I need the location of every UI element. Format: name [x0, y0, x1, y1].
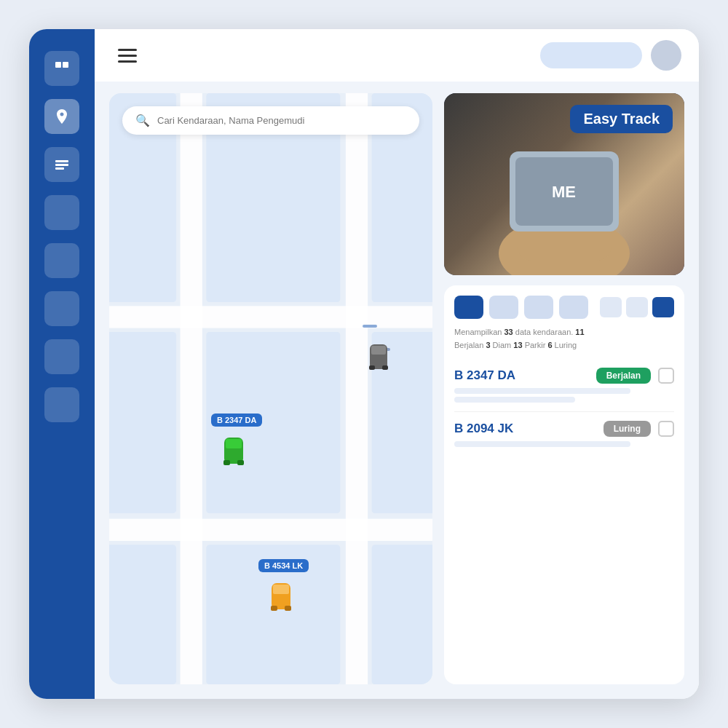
vehicle-orange: [269, 579, 293, 613]
right-panel: ME Easy Track: [444, 93, 684, 684]
topbar-right: [540, 40, 681, 71]
svg-rect-35: [285, 606, 291, 611]
svg-rect-31: [237, 460, 244, 465]
svg-rect-1: [63, 62, 68, 68]
vehicle-detail-bar-1b: [454, 397, 575, 403]
svg-rect-26: [369, 365, 375, 370]
page-btn-prev[interactable]: [600, 297, 622, 317]
sidebar-item-block7[interactable]: [44, 339, 79, 374]
svg-rect-8: [180, 93, 202, 684]
content-area: JK 🔍: [95, 82, 699, 699]
main-content: JK 🔍: [95, 29, 699, 699]
vehicle-label-b2347da: B 2347 DA: [211, 414, 262, 427]
search-input[interactable]: [157, 115, 406, 126]
vehicle-label-b4534lk: B 4534 LK: [258, 559, 309, 572]
svg-rect-34: [271, 606, 277, 611]
sidebar-item-block5[interactable]: [44, 243, 79, 278]
vehicle-item-row-1: B 2347 DA Berjalan: [454, 368, 674, 384]
svg-rect-0: [55, 62, 61, 68]
svg-rect-29: [226, 439, 242, 448]
page-btn-2[interactable]: [652, 297, 674, 317]
filter-tab-2[interactable]: [489, 296, 518, 319]
filter-tab-all[interactable]: [454, 296, 483, 319]
vehicle-checkbox-2[interactable]: [658, 421, 674, 437]
avatar[interactable]: [651, 40, 681, 71]
vehicle-item-row-2: B 2094 JK Luring: [454, 421, 674, 437]
svg-rect-9: [346, 93, 368, 684]
svg-rect-3: [55, 164, 68, 166]
search-icon: 🔍: [135, 114, 150, 127]
page-btn-1[interactable]: [626, 297, 648, 317]
vehicle-detail-bar-2: [454, 441, 630, 447]
filter-tab-3[interactable]: [524, 296, 553, 319]
svg-rect-6: [109, 306, 432, 328]
vehicle-checkbox-1[interactable]: [658, 368, 674, 384]
list-meta: Menampilkan 33 data kendaraan. 11Berjala…: [454, 326, 674, 352]
sidebar-item-block8[interactable]: [44, 387, 79, 422]
topbar: [95, 29, 699, 82]
sidebar-item-block3[interactable]: [44, 147, 79, 182]
svg-text:ME: ME: [552, 183, 576, 201]
svg-rect-25: [371, 346, 386, 355]
vehicle-gray-plate-label: [363, 325, 377, 328]
ad-badge: Easy Track: [570, 105, 673, 133]
vehicle-green: [222, 434, 245, 467]
filter-tabs: [454, 296, 674, 319]
sidebar: [29, 29, 95, 699]
svg-rect-4: [55, 167, 64, 170]
menu-button[interactable]: [112, 43, 143, 68]
svg-rect-7: [109, 519, 432, 541]
svg-rect-16: [109, 545, 176, 684]
app-container: JK 🔍: [29, 29, 699, 699]
vehicle-item-2: B 2094 JK Luring: [454, 412, 674, 456]
vehicle-detail-bar-1: [454, 388, 630, 394]
search-bar: 🔍: [122, 106, 419, 135]
vehicle-item-1: B 2347 DA Berjalan: [454, 359, 674, 412]
topbar-pill[interactable]: [540, 42, 642, 68]
sidebar-item-location[interactable]: [44, 99, 79, 134]
svg-rect-18: [372, 545, 432, 684]
vehicle-plate-2: B 2094 JK: [454, 422, 596, 436]
vehicle-plate-1: B 2347 DA: [454, 368, 589, 383]
svg-rect-30: [223, 460, 230, 465]
map-panel: JK 🔍: [109, 93, 432, 684]
vehicle-gray: [368, 341, 389, 371]
svg-rect-33: [273, 585, 289, 594]
status-badge-luring[interactable]: Luring: [604, 421, 651, 437]
sidebar-item-block1[interactable]: [44, 51, 79, 86]
filter-tab-4[interactable]: [559, 296, 588, 319]
ad-image: ME Easy Track: [444, 93, 684, 275]
svg-rect-27: [382, 365, 388, 370]
sidebar-item-block6[interactable]: [44, 291, 79, 326]
sidebar-item-block4[interactable]: [44, 195, 79, 230]
svg-rect-2: [55, 160, 68, 162]
status-badge-berjalan[interactable]: Berjalan: [596, 368, 651, 384]
pagination-buttons: [600, 297, 674, 317]
svg-rect-13: [109, 332, 176, 513]
vehicle-list: Menampilkan 33 data kendaraan. 11Berjala…: [444, 285, 684, 684]
